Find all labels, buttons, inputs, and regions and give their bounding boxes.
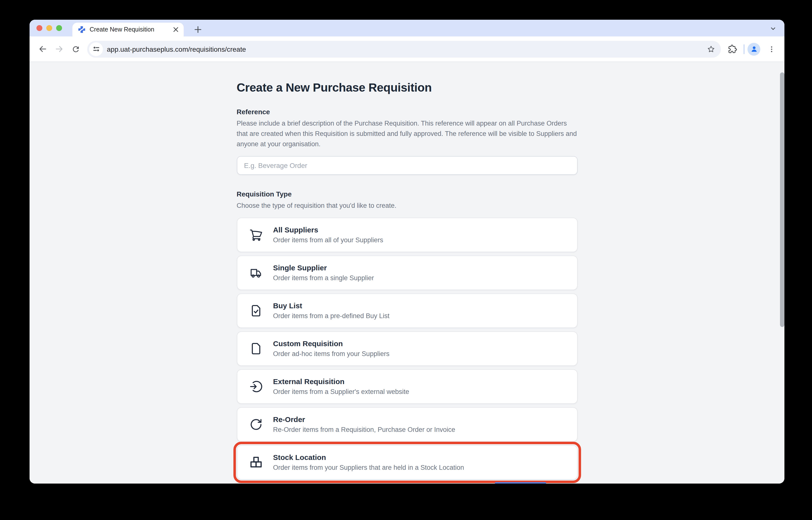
option-subtitle: Order items from all of your Suppliers	[273, 236, 383, 244]
reference-description: Please include a brief description of th…	[237, 119, 577, 150]
truck-icon	[249, 266, 263, 280]
toolbar-divider	[743, 44, 744, 54]
arrow-enter-circle-icon	[249, 380, 263, 393]
option-subtitle: Order items from a Supplier's external w…	[273, 387, 409, 396]
option-title: Single Supplier	[273, 263, 374, 272]
requisition-type-option[interactable]: External Requisition Order items from a …	[237, 369, 577, 404]
bookmark-star-icon[interactable]	[704, 42, 718, 56]
partially-visible-element	[495, 482, 546, 484]
main-column: Create a New Purchase Requisition Refere…	[237, 62, 577, 479]
option-title: Re-Order	[273, 415, 455, 424]
browser-window: Create New Requisition	[30, 20, 784, 484]
requisition-type-description: Choose the type of requisition that you'…	[237, 201, 577, 211]
option-title: All Suppliers	[273, 225, 383, 235]
option-title: External Requisition	[273, 377, 409, 386]
requisition-type-option[interactable]: Stock Location Order items from your Sup…	[237, 445, 577, 479]
minimize-window-button[interactable]	[46, 25, 52, 31]
requisition-type-label: Requisition Type	[237, 190, 577, 198]
requisition-type-option[interactable]: Re-Order Re-Order items from a Requisiti…	[237, 407, 577, 441]
reference-input[interactable]	[237, 156, 577, 175]
tab-search-chevron-icon[interactable]	[769, 24, 778, 33]
page-scrollbar[interactable]	[780, 72, 784, 327]
new-tab-button[interactable]	[192, 24, 204, 35]
option-subtitle: Order items from your Suppliers that are…	[273, 463, 464, 472]
reload-icon[interactable]	[68, 41, 84, 57]
zoom-window-button[interactable]	[56, 25, 62, 31]
screen: Create New Requisition	[0, 0, 812, 520]
forward-icon[interactable]	[51, 41, 68, 57]
page-title: Create a New Purchase Requisition	[237, 81, 577, 95]
cart-icon	[249, 228, 263, 241]
reference-label: Reference	[237, 108, 577, 116]
address-bar[interactable]: app.uat-purchaseplus.com/requisitions/cr…	[87, 41, 721, 57]
profile-avatar[interactable]	[748, 43, 760, 55]
tab-strip: Create New Requisition	[30, 20, 784, 36]
stock-cubes-icon	[249, 455, 263, 469]
document-icon	[249, 341, 263, 355]
option-subtitle: Re-Order items from a Requisition, Purch…	[273, 425, 455, 434]
option-subtitle: Order items from a single Supplier	[273, 274, 374, 282]
refresh-icon	[249, 417, 263, 431]
requisition-type-list: All Suppliers Order items from all of yo…	[237, 217, 577, 479]
tab-title: Create New Requisition	[89, 26, 167, 33]
option-title: Custom Requisition	[273, 339, 390, 348]
back-icon[interactable]	[34, 41, 51, 57]
page-content: Create a New Purchase Requisition Refere…	[30, 62, 784, 484]
requisition-type-option[interactable]: Single Supplier Order items from a singl…	[237, 255, 577, 290]
toolbar-actions	[724, 41, 780, 57]
option-title: Stock Location	[273, 452, 464, 462]
requisition-type-option[interactable]: Custom Requisition Order ad-hoc items fr…	[237, 331, 577, 366]
site-settings-icon[interactable]	[89, 42, 103, 56]
option-title: Buy List	[273, 301, 390, 310]
requisition-type-option[interactable]: All Suppliers Order items from all of yo…	[237, 217, 577, 252]
close-window-button[interactable]	[36, 25, 42, 31]
extensions-icon[interactable]	[724, 41, 741, 57]
browser-toolbar: app.uat-purchaseplus.com/requisitions/cr…	[30, 36, 784, 62]
document-check-icon	[249, 304, 263, 317]
browser-menu-icon[interactable]	[763, 41, 780, 57]
option-subtitle: Order items from a pre-defined Buy List	[273, 311, 390, 320]
window-controls	[36, 25, 62, 31]
requisition-type-option[interactable]: Buy List Order items from a pre-defined …	[237, 293, 577, 328]
tab-close-icon[interactable]	[172, 25, 180, 34]
favicon	[78, 26, 86, 33]
tab-create-new-requisition[interactable]: Create New Requisition	[72, 23, 184, 36]
option-subtitle: Order ad-hoc items from your Suppliers	[273, 349, 390, 358]
url-text: app.uat-purchaseplus.com/requisitions/cr…	[107, 45, 704, 53]
